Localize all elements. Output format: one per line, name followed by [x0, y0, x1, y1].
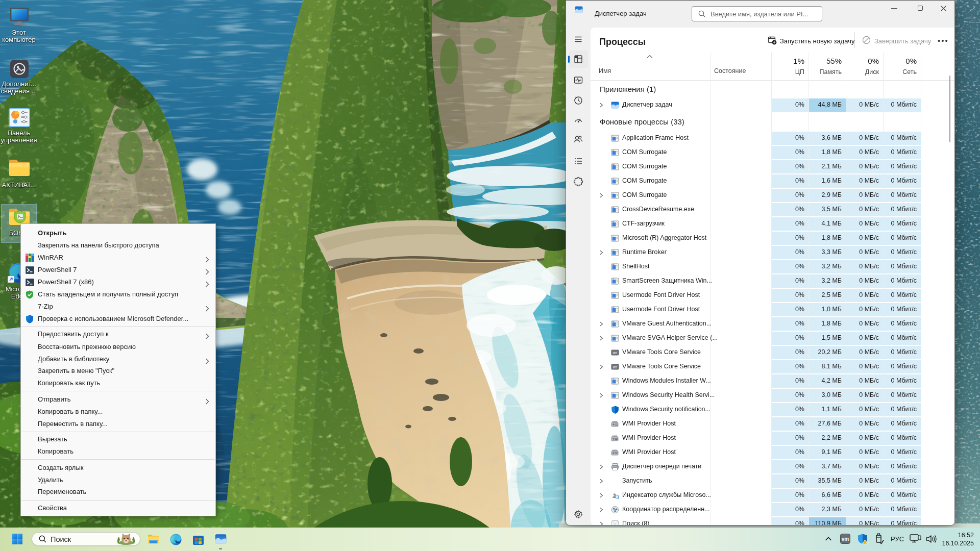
svg-text:vm: vm: [613, 365, 618, 369]
svg-text:vm: vm: [613, 351, 618, 355]
